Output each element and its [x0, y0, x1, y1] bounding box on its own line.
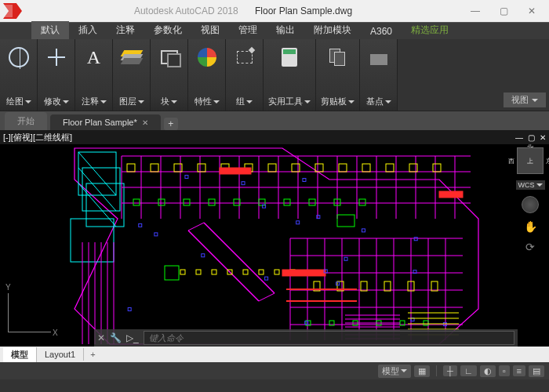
svg-rect-120	[265, 277, 268, 280]
nav-tools: 上 北 东 西 WCS ✋ ⟳	[514, 147, 546, 254]
title-bar: Autodesk AutoCAD 2018 Floor Plan Sample.…	[0, 0, 549, 22]
panel-draw[interactable]: 绘图	[0, 39, 38, 111]
command-line: ✕ 🔧 ▷_	[94, 329, 518, 347]
panel-properties[interactable]: 特性	[188, 39, 226, 111]
svg-rect-104	[439, 191, 463, 198]
ribbon-tab-annotate[interactable]: 注释	[107, 21, 144, 39]
ribbon-tab-output[interactable]: 输出	[267, 21, 304, 39]
chevron-down-icon	[348, 100, 354, 103]
status-ortho-button[interactable]: ∟	[460, 365, 477, 376]
wcs-label[interactable]: WCS	[516, 180, 545, 190]
ribbon-tab-a360[interactable]: A360	[361, 24, 402, 39]
chevron-down-icon	[100, 100, 107, 103]
svg-rect-112	[336, 282, 340, 285]
svg-marker-0	[75, 148, 478, 344]
panel-block-label: 块	[161, 96, 169, 107]
cmd-prompt-icon: ▷_	[126, 332, 139, 343]
layout-tab-add-button[interactable]: +	[84, 350, 101, 359]
file-tab-start[interactable]: 开始	[5, 112, 47, 130]
window-minimize-button[interactable]: —	[461, 0, 489, 22]
svg-rect-5	[86, 183, 124, 227]
cmd-close-icon[interactable]: ✕	[97, 332, 105, 343]
panel-utilities-label: 实用工具	[268, 96, 303, 107]
modify-icon	[45, 45, 68, 69]
svg-rect-124	[185, 175, 188, 178]
svg-rect-72	[212, 270, 216, 274]
ucs-y-label: Y	[5, 283, 11, 292]
svg-rect-93	[359, 199, 365, 205]
svg-rect-95	[337, 215, 354, 227]
status-transparency-button[interactable]: ▤	[529, 365, 544, 377]
view-cube-east: 东	[546, 157, 549, 165]
svg-rect-111	[344, 257, 347, 260]
chevron-down-icon	[536, 183, 543, 187]
ribbon-tab-insert[interactable]: 插入	[69, 21, 107, 39]
svg-rect-75	[259, 270, 264, 274]
window-maximize-button[interactable]: ▢	[489, 0, 518, 22]
viewport-minimize-button[interactable]: —	[515, 133, 523, 142]
svg-rect-3	[82, 168, 120, 211]
status-lineweight-button[interactable]: ≡	[513, 365, 525, 376]
svg-rect-65	[339, 164, 347, 172]
status-bar: 模型 ▦ ┼ ∟ ◐ ▫ ≡ ▤	[0, 362, 549, 379]
panel-layers[interactable]: 图层	[113, 39, 151, 111]
panel-group[interactable]: 组	[226, 39, 264, 111]
ribbon-tab-manage[interactable]: 管理	[229, 21, 267, 39]
viewport-maximize-button[interactable]: ▢	[528, 133, 535, 142]
viewport-header: [-][俯视][二维线框] — ▢ ✕	[0, 130, 549, 144]
file-tab-active[interactable]: Floor Plan Sample* ✕	[50, 114, 161, 130]
svg-rect-66	[362, 164, 370, 172]
block-icon	[158, 45, 181, 69]
ribbon-tab-parametric[interactable]: 参数化	[144, 21, 191, 39]
panel-clipboard[interactable]: 剪贴板	[316, 39, 360, 111]
ribbon-tab-view[interactable]: 视图	[191, 21, 229, 39]
panel-clipboard-label: 剪贴板	[321, 96, 347, 107]
status-snap-button[interactable]: ┼	[443, 365, 457, 376]
panel-utilities[interactable]: 实用工具	[264, 39, 316, 111]
ribbon-view-selector[interactable]: 视图	[504, 93, 546, 107]
status-grid-button[interactable]: ▦	[414, 365, 430, 377]
panel-annotate[interactable]: A 注释	[75, 39, 113, 111]
ribbon-tab-addins[interactable]: 附加模块	[304, 21, 361, 39]
svg-rect-86	[184, 199, 190, 205]
nav-wheel-icon[interactable]	[522, 196, 539, 213]
svg-rect-115	[317, 216, 320, 219]
drawing-canvas[interactable]: Y X 上 北 东 西 WCS ✋ ⟳ ✕ 🔧 ▷_	[0, 144, 549, 347]
panel-layers-label: 图层	[119, 96, 136, 107]
pan-icon[interactable]: ✋	[523, 220, 537, 234]
view-cube[interactable]: 上 北 东 西	[517, 147, 544, 174]
svg-rect-87	[209, 199, 215, 205]
layers-icon	[120, 45, 144, 69]
chevron-down-icon	[213, 100, 220, 103]
file-tab-close-icon[interactable]: ✕	[142, 118, 148, 127]
svg-rect-126	[362, 229, 365, 232]
group-icon	[233, 45, 256, 69]
panel-modify[interactable]: 修改	[38, 39, 75, 111]
svg-rect-80	[361, 281, 367, 291]
cmd-customize-icon[interactable]: 🔧	[110, 332, 122, 343]
viewport-label[interactable]: [-][俯视][二维线框]	[3, 132, 72, 143]
viewport-close-button[interactable]: ✕	[540, 133, 546, 142]
svg-rect-90	[284, 199, 290, 205]
svg-rect-122	[202, 254, 205, 257]
panel-base[interactable]: 基点	[360, 39, 398, 111]
file-name: Floor Plan Sample.dwg	[255, 5, 352, 16]
ribbon-tab-featured[interactable]: 精选应用	[402, 21, 458, 39]
status-polar-button[interactable]: ◐	[480, 365, 496, 377]
ribbon-tab-default[interactable]: 默认	[31, 21, 69, 39]
layout-tab-layout1[interactable]: Layout1	[37, 348, 84, 361]
svg-rect-91	[309, 199, 315, 205]
panel-block[interactable]: 块	[151, 39, 188, 111]
orbit-icon[interactable]: ⟳	[523, 240, 537, 254]
status-osnap-button[interactable]: ▫	[499, 365, 510, 376]
panel-base-label: 基点	[366, 96, 384, 107]
file-tab-add-button[interactable]: +	[164, 118, 178, 130]
layout-tab-model[interactable]: 模型	[3, 347, 37, 362]
window-close-button[interactable]: ✕	[518, 0, 546, 22]
panel-modify-label: 修改	[44, 96, 61, 107]
status-model-button[interactable]: 模型	[378, 365, 411, 378]
panel-annotate-label: 注释	[82, 96, 99, 107]
svg-line-37	[204, 223, 274, 293]
command-input[interactable]	[144, 331, 514, 345]
panel-group-label: 组	[236, 96, 245, 107]
